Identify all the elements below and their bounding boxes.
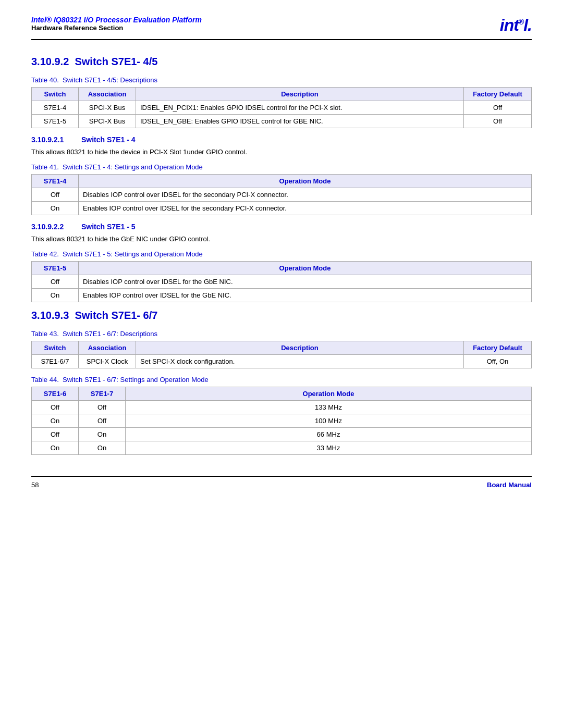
table-row: Off Disables IOP control over IDSEL for … (32, 188, 532, 202)
page-number: 58 (31, 481, 39, 489)
t40-r2-desc: IDSEL_EN_GBE: Enables GPIO IDSEL control… (136, 115, 464, 128)
t40-r1-assoc: SPCI-X Bus (79, 101, 136, 115)
section-3921-num: 3.10.9.2.1 (31, 135, 78, 144)
t41-r2-switch: On (32, 202, 79, 215)
doc-subtitle: Hardware Reference Section (31, 24, 202, 32)
t44-r2-s7: Off (79, 414, 126, 428)
section-3922-num: 3.10.9.2.2 (31, 223, 78, 231)
page-footer: 58 Board Manual (31, 476, 532, 489)
t43-r1-desc: Set SPCI-X clock configuration. (136, 355, 464, 368)
t41-r1-opmode: Disables IOP control over IDSEL for the … (79, 188, 532, 202)
t40-r2-assoc: SPCI-X Bus (79, 115, 136, 128)
page-header: Intel® IQ80321 I/O Processor Evaluation … (31, 16, 532, 40)
section-3921-title: Switch S7E1 - 4 (81, 135, 135, 144)
table40-label: Table 40. Switch S7E1 - 4/5: Description… (31, 76, 532, 84)
table-row: Off On 66 MHz (32, 428, 532, 441)
t44-r3-s6: Off (32, 428, 79, 441)
t40-r2-switch: S7E1-5 (32, 115, 79, 128)
table-row: S7E1-6/7 SPCI-X Clock Set SPCI-X clock c… (32, 355, 532, 368)
t42-r1-switch: Off (32, 275, 79, 289)
table-row: On Enables IOP control over IDSEL for th… (32, 202, 532, 215)
t40-r1-factory: Off (464, 101, 532, 115)
section-3921-header: 3.10.9.2.1 Switch S7E1 - 4 (31, 135, 532, 144)
table-43: Switch Association Description Factory D… (31, 341, 532, 368)
table40-header-switch: Switch (32, 88, 79, 101)
table-row: S7E1-5 SPCI-X Bus IDSEL_EN_GBE: Enables … (32, 115, 532, 128)
t44-r1-opmode: 133 MHz (126, 401, 532, 414)
table40-header-factory: Factory Default (464, 88, 532, 101)
table43-label: Table 43. Switch S7E1 - 6/7: Description… (31, 330, 532, 338)
table-row: Off Off 133 MHz (32, 401, 532, 414)
table42-label: Table 42. Switch S7E1 - 5: Settings and … (31, 250, 532, 258)
t44-r4-s6: On (32, 441, 79, 455)
table40-header-assoc: Association (79, 88, 136, 101)
t41-r1-switch: Off (32, 188, 79, 202)
table41-header-s7e14: S7E1-4 (32, 175, 79, 188)
table44-label: Table 44. Switch S7E1 - 6/7: Settings an… (31, 376, 532, 384)
t44-r4-s7: On (79, 441, 126, 455)
intel-logo: int®l. (500, 16, 532, 35)
table42-header-opmode: Operation Mode (79, 262, 532, 275)
doc-title: Intel® IQ80321 I/O Processor Evaluation … (31, 16, 202, 24)
table-row: On On 33 MHz (32, 441, 532, 455)
section-3921-desc: This allows 80321 to hide the device in … (31, 148, 532, 156)
table40-header-desc: Description (136, 88, 464, 101)
t42-r2-switch: On (32, 289, 79, 302)
table42-header-s7e15: S7E1-5 (32, 262, 79, 275)
t40-r1-desc: IDSEL_EN_PCIX1: Enables GPIO IDSEL contr… (136, 101, 464, 115)
table41-header-opmode: Operation Mode (79, 175, 532, 188)
header-left: Intel® IQ80321 I/O Processor Evaluation … (31, 16, 202, 32)
t41-r2-opmode: Enables IOP control over IDSEL for the s… (79, 202, 532, 215)
t44-r1-s7: Off (79, 401, 126, 414)
table-row: S7E1-4 SPCI-X Bus IDSEL_EN_PCIX1: Enable… (32, 101, 532, 115)
footer-doc-label: Board Manual (487, 481, 532, 489)
t43-r1-factory: Off, On (464, 355, 532, 368)
table-row: On Enables IOP control over IDSEL for th… (32, 289, 532, 302)
table-42: S7E1-5 Operation Mode Off Disables IOP c… (31, 261, 532, 302)
table44-header-s7e16: S7E1-6 (32, 387, 79, 401)
t44-r2-opmode: 100 MHz (126, 414, 532, 428)
section-3922-desc: This allows 80321 to hide the GbE NIC un… (31, 235, 532, 243)
section-392-heading: 3.10.9.2 Switch S7E1- 4/5 (31, 56, 532, 68)
table41-label: Table 41. Switch S7E1 - 4: Settings and … (31, 163, 532, 171)
table43-header-switch: Switch (32, 341, 79, 355)
t43-r1-assoc: SPCI-X Clock (79, 355, 136, 368)
t42-r1-opmode: Disables IOP control over IDSEL for the … (79, 275, 532, 289)
t44-r3-s7: On (79, 428, 126, 441)
t40-r2-factory: Off (464, 115, 532, 128)
table-41: S7E1-4 Operation Mode Off Disables IOP c… (31, 174, 532, 215)
t44-r1-s6: Off (32, 401, 79, 414)
table43-header-factory: Factory Default (464, 341, 532, 355)
section-3922-title: Switch S7E1 - 5 (81, 223, 135, 231)
t44-r2-s6: On (32, 414, 79, 428)
t40-r1-switch: S7E1-4 (32, 101, 79, 115)
t44-r4-opmode: 33 MHz (126, 441, 532, 455)
table44-header-s7e17: S7E1-7 (79, 387, 126, 401)
table-row: On Off 100 MHz (32, 414, 532, 428)
t44-r3-opmode: 66 MHz (126, 428, 532, 441)
section-393-heading: 3.10.9.3 Switch S7E1- 6/7 (31, 310, 532, 322)
table-row: Off Disables IOP control over IDSEL for … (32, 275, 532, 289)
table-40: Switch Association Description Factory D… (31, 87, 532, 128)
section-3922-header: 3.10.9.2.2 Switch S7E1 - 5 (31, 223, 532, 231)
t43-r1-switch: S7E1-6/7 (32, 355, 79, 368)
table43-header-assoc: Association (79, 341, 136, 355)
table43-header-desc: Description (136, 341, 464, 355)
table-44: S7E1-6 S7E1-7 Operation Mode Off Off 133… (31, 387, 532, 455)
table44-header-opmode: Operation Mode (126, 387, 532, 401)
t42-r2-opmode: Enables IOP control over IDSEL for the G… (79, 289, 532, 302)
